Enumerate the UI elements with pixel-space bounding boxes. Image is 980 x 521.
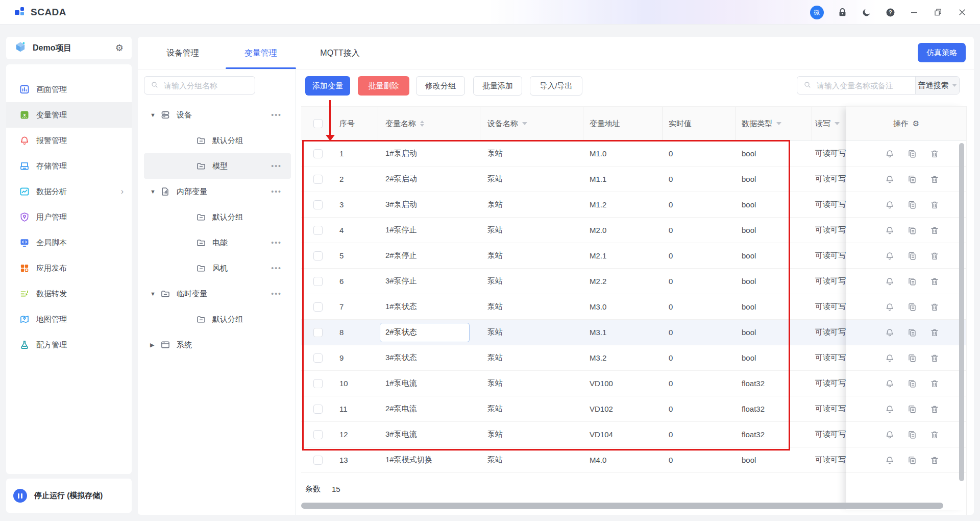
copy-row-icon[interactable] — [908, 430, 917, 439]
tree-node-8[interactable]: 默认分组 — [144, 306, 291, 332]
alarm-config-icon[interactable] — [885, 149, 894, 158]
import-export-button[interactable]: 导入/导出 — [530, 76, 582, 96]
alarm-config-icon[interactable] — [885, 302, 894, 312]
column-header-name[interactable]: 变量名称 — [378, 107, 480, 140]
delete-row-icon[interactable] — [930, 456, 939, 465]
horizontal-scrollbar-thumb[interactable] — [301, 503, 943, 509]
batch-add-button[interactable]: 批量添加 — [473, 76, 522, 96]
copy-row-icon[interactable] — [908, 328, 917, 337]
modify-group-button[interactable]: 修改分组 — [416, 76, 465, 96]
delete-row-icon[interactable] — [930, 302, 939, 312]
row-checkbox[interactable] — [313, 175, 323, 184]
sidebar-item-0[interactable]: 画面管理 — [6, 77, 132, 102]
row-checkbox[interactable] — [313, 277, 323, 286]
delete-row-icon[interactable] — [930, 149, 939, 158]
row-checkbox[interactable] — [313, 456, 323, 465]
delete-row-icon[interactable] — [930, 226, 939, 235]
copy-row-icon[interactable] — [908, 302, 917, 312]
copy-row-icon[interactable] — [908, 149, 917, 158]
filter-icon[interactable] — [522, 122, 527, 125]
row-checkbox[interactable] — [313, 405, 323, 414]
copy-row-icon[interactable] — [908, 200, 917, 209]
alarm-config-icon[interactable] — [885, 251, 894, 260]
delete-row-icon[interactable] — [930, 328, 939, 337]
caret-down-icon[interactable]: ▼ — [150, 188, 158, 195]
sidebar-item-9[interactable]: 地图管理 — [6, 306, 132, 332]
copy-row-icon[interactable] — [908, 175, 917, 184]
simulation-strategy-button[interactable]: 仿真策略 — [918, 43, 966, 62]
tab-mqtt[interactable]: MQTT接入 — [307, 37, 373, 69]
help-icon[interactable]: ? — [885, 7, 896, 18]
select-all-checkbox[interactable] — [313, 119, 323, 128]
row-checkbox[interactable] — [313, 149, 323, 158]
row-checkbox[interactable] — [313, 200, 323, 209]
row-checkbox[interactable] — [313, 328, 323, 337]
more-actions-icon[interactable]: ••• — [271, 187, 282, 196]
tree-node-1[interactable]: 默认分组 — [144, 128, 291, 153]
filter-icon[interactable] — [835, 122, 840, 125]
copy-row-icon[interactable] — [908, 405, 917, 414]
alarm-config-icon[interactable] — [885, 226, 894, 235]
column-header-device[interactable]: 设备名称 — [480, 107, 583, 140]
caret-down-icon[interactable]: ▼ — [150, 291, 158, 297]
more-actions-icon[interactable]: ••• — [271, 239, 282, 247]
copy-row-icon[interactable] — [908, 353, 917, 363]
group-search-input[interactable] — [163, 81, 244, 90]
tree-node-7[interactable]: ▼临时变量••• — [144, 281, 291, 306]
row-checkbox[interactable] — [313, 379, 323, 388]
alarm-config-icon[interactable] — [885, 200, 894, 209]
copy-row-icon[interactable] — [908, 456, 917, 465]
copy-row-icon[interactable] — [908, 226, 917, 235]
sidebar-item-7[interactable]: 应用发布 — [6, 255, 132, 281]
row-checkbox[interactable] — [313, 353, 323, 363]
delete-row-icon[interactable] — [930, 353, 939, 363]
more-actions-icon[interactable]: ••• — [271, 290, 282, 298]
sidebar-item-10[interactable]: 配方管理 — [6, 332, 132, 358]
run-status-button[interactable]: 停止运行 (模拟存储) — [6, 479, 132, 513]
tree-node-6[interactable]: 风机••• — [144, 255, 291, 281]
alarm-config-icon[interactable] — [885, 277, 894, 286]
variable-name-edit-input[interactable] — [380, 323, 470, 342]
batch-delete-button[interactable]: 批量删除 — [358, 76, 409, 96]
alarm-config-icon[interactable] — [885, 379, 894, 388]
copy-row-icon[interactable] — [908, 277, 917, 286]
sidebar-item-4[interactable]: 数据分析› — [6, 179, 132, 204]
row-checkbox[interactable] — [313, 226, 323, 235]
caret-right-icon[interactable]: ▶ — [150, 342, 158, 348]
more-actions-icon[interactable]: ••• — [271, 162, 282, 170]
alarm-config-icon[interactable] — [885, 405, 894, 414]
column-header-type[interactable]: 数据类型 — [736, 107, 812, 140]
sidebar-item-1[interactable]: x变量管理 — [6, 102, 132, 128]
search-mode-select[interactable]: 普通搜索 — [915, 76, 959, 94]
column-settings-gear-icon[interactable]: ⚙ — [913, 119, 919, 128]
tree-node-3[interactable]: ▼内部变量••• — [144, 179, 291, 204]
delete-row-icon[interactable] — [930, 379, 939, 388]
sidebar-item-6[interactable]: 全局脚本 — [6, 230, 132, 255]
delete-row-icon[interactable] — [930, 430, 939, 439]
close-icon[interactable] — [957, 7, 968, 18]
add-variable-button[interactable]: 添加变量 — [305, 76, 350, 96]
project-settings-gear-icon[interactable]: ⚙ — [115, 42, 124, 54]
alarm-config-icon[interactable] — [885, 353, 894, 363]
wechat-badge[interactable]: 微 — [810, 6, 824, 19]
delete-row-icon[interactable] — [930, 251, 939, 260]
caret-down-icon[interactable]: ▼ — [150, 112, 158, 118]
vertical-scrollbar-thumb[interactable] — [959, 143, 964, 481]
sidebar-item-2[interactable]: 报警管理 — [6, 128, 132, 153]
alarm-config-icon[interactable] — [885, 328, 894, 337]
row-checkbox[interactable] — [313, 430, 323, 439]
row-checkbox[interactable] — [313, 302, 323, 312]
restore-icon[interactable] — [933, 7, 944, 18]
tree-node-0[interactable]: ▼设备••• — [144, 102, 291, 128]
tree-node-4[interactable]: 默认分组 — [144, 204, 291, 230]
lock-icon[interactable] — [837, 7, 848, 18]
delete-row-icon[interactable] — [930, 175, 939, 184]
sort-icon[interactable] — [420, 121, 424, 127]
delete-row-icon[interactable] — [930, 200, 939, 209]
tab-variable-management[interactable]: 变量管理 — [226, 37, 296, 69]
row-checkbox[interactable] — [313, 251, 323, 260]
sidebar-item-5[interactable]: 用户管理 — [6, 204, 132, 230]
sidebar-item-3[interactable]: 存储管理 — [6, 153, 132, 179]
tree-node-5[interactable]: 电能••• — [144, 230, 291, 255]
alarm-config-icon[interactable] — [885, 175, 894, 184]
